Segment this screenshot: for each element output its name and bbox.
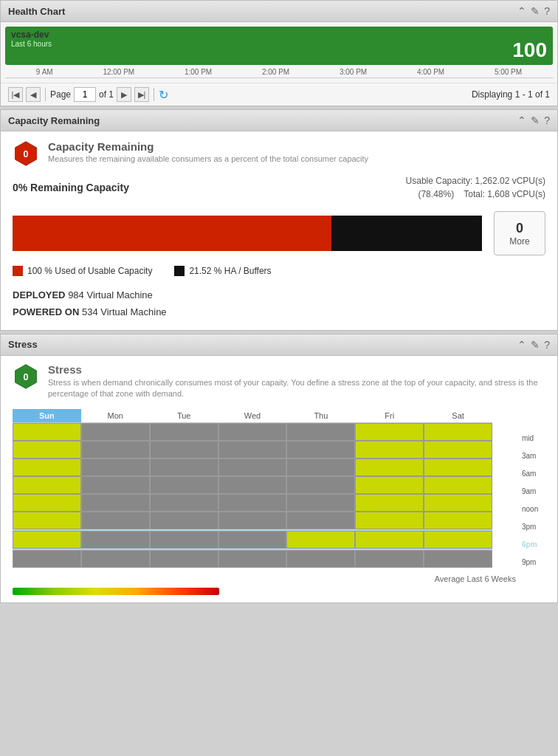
row-6pm [13,529,492,550]
stress-section-desc: Stress is when demand chronically consum… [48,377,545,400]
bar-ha [331,216,482,251]
capacity-actions: ⌃ ✎ ? [517,114,550,126]
page-input[interactable]: 1 [74,87,96,102]
capacity-header-row: 0 Capacity Remaining Measures the remain… [13,140,545,167]
cell-sun-3am [13,441,81,458]
cell-fri-3pm [355,512,424,529]
collapse-icon-3[interactable]: ⌃ [517,339,526,351]
prev-page-button[interactable]: ◀ [26,87,41,102]
time-9pm: 9pm [519,554,545,571]
row-9am [13,476,492,494]
edit-icon[interactable]: ✎ [531,5,540,17]
cell-sun-3pm [13,512,81,529]
cell-mon-3am [81,441,150,458]
edit-icon-3[interactable]: ✎ [531,339,540,351]
next-page-button[interactable]: ▶ [117,87,131,102]
health-chart-title: Health Chart [8,6,65,17]
cell-thu-9pm [286,550,355,568]
time-label-2: 1:00 PM [185,68,212,76]
deployed-line: DEPLOYED 984 Virtual Machine [13,286,545,303]
row-3pm [13,512,492,529]
time-noon: noon [519,501,545,518]
stress-chart-wrapper: Sun Mon Tue Wed Thu Fri Sat [13,409,545,571]
first-page-button[interactable]: |◀ [8,87,23,102]
more-box: 0 More [494,211,545,255]
collapse-icon-2[interactable]: ⌃ [517,114,526,126]
help-icon[interactable]: ? [544,5,550,17]
cell-wed-mid [218,423,287,441]
cell-wed-3pm [218,512,287,529]
usable-pct-line: (78.48%) Total: 1,608 vCPU(s) [406,188,545,201]
cell-tue-9pm [150,550,218,568]
time-label-6: 5:00 PM [495,68,522,76]
usable-pct: (78.48%) [418,189,454,199]
cell-mon-3pm [81,512,150,529]
health-chart-bar: vcsa-dev Last 6 hours 100 [5,27,553,65]
cell-thu-mid [286,423,355,441]
cell-thu-3pm [286,512,355,529]
more-label: More [509,236,529,247]
usable-label: Usable Capacity: 1,262.02 vCPU(s) [406,176,545,186]
usable-info: Usable Capacity: 1,262.02 vCPU(s) (78.48… [406,174,545,201]
last-page-button[interactable]: ▶| [134,87,149,102]
page-separator-2 [154,88,154,101]
help-icon-3[interactable]: ? [544,339,550,351]
legend-ha: 21.52 % HA / Buffers [174,266,271,276]
cell-mon-6am [81,458,150,476]
capacity-bar [13,216,482,251]
cell-tue-9am [150,476,218,494]
legend-used-label: 100 % Used of Usable Capacity [27,266,152,276]
cell-sun-mid [13,423,81,441]
refresh-button[interactable]: ↻ [159,88,168,102]
bar-used [13,216,331,251]
health-chart-actions: ⌃ ✎ ? [517,5,550,17]
day-headers: Sun Mon Tue Wed Thu Fri Sat [13,409,492,423]
time-label-3: 2:00 PM [262,68,289,76]
legend-row: 100 % Used of Usable Capacity 21.52 % HA… [13,266,545,276]
legend-ha-color [174,266,185,276]
cell-tue-3pm [150,512,218,529]
time-label-4: 3:00 PM [340,68,367,76]
capacity-section-desc: Measures the remaining available consume… [48,154,368,163]
collapse-icon[interactable]: ⌃ [517,5,526,17]
cell-mon-mid [81,423,150,441]
help-icon-2[interactable]: ? [544,114,550,126]
time-range: Last 6 hours [11,40,52,48]
stress-grid-area: Sun Mon Tue Wed Thu Fri Sat [13,409,492,571]
cell-sat-6am [424,458,492,476]
cell-thu-6pm [286,531,355,549]
cell-sat-3am [424,441,492,458]
day-wed: Wed [218,409,287,423]
legend-used-color [13,266,23,276]
time-label-0: 9 AM [36,68,53,76]
time-6am: 6am [519,465,545,483]
capacity-panel: Capacity Remaining ⌃ ✎ ? 0 Capacity Rema… [0,109,558,331]
time-9am: 9am [519,483,545,501]
cell-mon-9pm [81,550,150,568]
cell-fri-9am [355,476,424,494]
edit-icon-2[interactable]: ✎ [531,114,540,126]
time-6pm: 6pm [519,536,545,554]
pagination-bar: |◀ ◀ Page 1 of 1 ▶ ▶| ↻ Displaying 1 - 1… [1,83,557,106]
cell-wed-9pm [218,550,287,568]
capacity-hex-icon: 0 [13,140,39,167]
cell-sat-3pm [424,512,492,529]
health-chart-content: vcsa-dev Last 6 hours 100 9 AM 12:00 PM … [1,22,557,83]
page-of-label: of 1 [99,89,114,100]
deployed-value: 984 Virtual Machine [68,289,153,300]
cell-sun-6pm [13,531,81,549]
cell-tue-6am [150,458,218,476]
cell-fri-mid [355,423,424,441]
capacity-description: Capacity Remaining Measures the remainin… [48,140,368,163]
day-sun: Sun [13,409,81,423]
cell-sat-mid [424,423,492,441]
capacity-section-title: Capacity Remaining [48,140,368,153]
time-axis: 9 AM 12:00 PM 1:00 PM 2:00 PM 3:00 PM 4:… [5,66,553,78]
cell-sat-9pm [424,550,492,568]
capacity-header: Capacity Remaining ⌃ ✎ ? [1,110,557,131]
row-3am [13,441,492,458]
powered-value: 534 Virtual Machine [82,306,167,317]
cell-fri-3am [355,441,424,458]
day-mon: Mon [81,409,150,423]
cell-mon-noon [81,494,150,512]
